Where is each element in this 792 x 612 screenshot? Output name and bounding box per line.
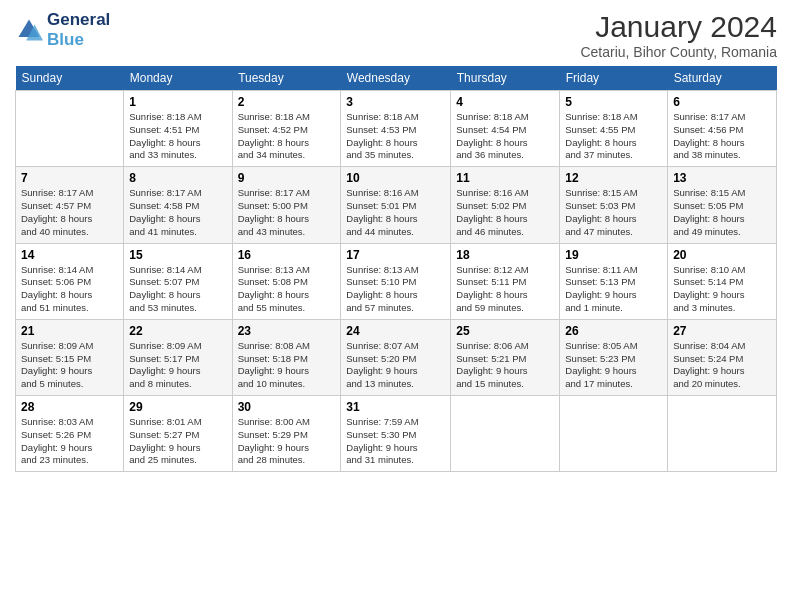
weekday-header-friday: Friday — [560, 66, 668, 91]
calendar-cell: 18Sunrise: 8:12 AM Sunset: 5:11 PM Dayli… — [451, 243, 560, 319]
day-info: Sunrise: 8:12 AM Sunset: 5:11 PM Dayligh… — [456, 264, 554, 315]
calendar-cell: 2Sunrise: 8:18 AM Sunset: 4:52 PM Daylig… — [232, 91, 341, 167]
calendar-cell: 14Sunrise: 8:14 AM Sunset: 5:06 PM Dayli… — [16, 243, 124, 319]
calendar-cell: 8Sunrise: 8:17 AM Sunset: 4:58 PM Daylig… — [124, 167, 232, 243]
calendar-cell: 15Sunrise: 8:14 AM Sunset: 5:07 PM Dayli… — [124, 243, 232, 319]
day-number: 6 — [673, 95, 771, 109]
day-number: 15 — [129, 248, 226, 262]
calendar-cell: 9Sunrise: 8:17 AM Sunset: 5:00 PM Daylig… — [232, 167, 341, 243]
day-number: 27 — [673, 324, 771, 338]
calendar-cell: 26Sunrise: 8:05 AM Sunset: 5:23 PM Dayli… — [560, 319, 668, 395]
day-number: 17 — [346, 248, 445, 262]
day-info: Sunrise: 8:17 AM Sunset: 4:56 PM Dayligh… — [673, 111, 771, 162]
day-info: Sunrise: 8:14 AM Sunset: 5:06 PM Dayligh… — [21, 264, 118, 315]
day-number: 7 — [21, 171, 118, 185]
header: General Blue January 2024 Cetariu, Bihor… — [15, 10, 777, 60]
day-number: 14 — [21, 248, 118, 262]
day-info: Sunrise: 8:16 AM Sunset: 5:02 PM Dayligh… — [456, 187, 554, 238]
day-number: 10 — [346, 171, 445, 185]
weekday-header-saturday: Saturday — [668, 66, 777, 91]
day-number: 18 — [456, 248, 554, 262]
day-info: Sunrise: 8:15 AM Sunset: 5:05 PM Dayligh… — [673, 187, 771, 238]
calendar-cell: 7Sunrise: 8:17 AM Sunset: 4:57 PM Daylig… — [16, 167, 124, 243]
calendar-cell: 6Sunrise: 8:17 AM Sunset: 4:56 PM Daylig… — [668, 91, 777, 167]
day-number: 2 — [238, 95, 336, 109]
calendar-cell — [451, 396, 560, 472]
calendar-cell: 27Sunrise: 8:04 AM Sunset: 5:24 PM Dayli… — [668, 319, 777, 395]
calendar-cell: 3Sunrise: 8:18 AM Sunset: 4:53 PM Daylig… — [341, 91, 451, 167]
day-number: 1 — [129, 95, 226, 109]
calendar-cell: 17Sunrise: 8:13 AM Sunset: 5:10 PM Dayli… — [341, 243, 451, 319]
day-info: Sunrise: 8:17 AM Sunset: 4:57 PM Dayligh… — [21, 187, 118, 238]
day-info: Sunrise: 8:17 AM Sunset: 4:58 PM Dayligh… — [129, 187, 226, 238]
calendar-cell: 13Sunrise: 8:15 AM Sunset: 5:05 PM Dayli… — [668, 167, 777, 243]
day-info: Sunrise: 8:13 AM Sunset: 5:08 PM Dayligh… — [238, 264, 336, 315]
day-number: 16 — [238, 248, 336, 262]
calendar-cell: 12Sunrise: 8:15 AM Sunset: 5:03 PM Dayli… — [560, 167, 668, 243]
day-number: 29 — [129, 400, 226, 414]
day-info: Sunrise: 8:06 AM Sunset: 5:21 PM Dayligh… — [456, 340, 554, 391]
week-row-3: 21Sunrise: 8:09 AM Sunset: 5:15 PM Dayli… — [16, 319, 777, 395]
day-info: Sunrise: 8:14 AM Sunset: 5:07 PM Dayligh… — [129, 264, 226, 315]
calendar-cell: 30Sunrise: 8:00 AM Sunset: 5:29 PM Dayli… — [232, 396, 341, 472]
day-info: Sunrise: 8:17 AM Sunset: 5:00 PM Dayligh… — [238, 187, 336, 238]
day-info: Sunrise: 8:04 AM Sunset: 5:24 PM Dayligh… — [673, 340, 771, 391]
day-number: 21 — [21, 324, 118, 338]
day-number: 4 — [456, 95, 554, 109]
weekday-header-thursday: Thursday — [451, 66, 560, 91]
day-info: Sunrise: 8:18 AM Sunset: 4:53 PM Dayligh… — [346, 111, 445, 162]
page-container: General Blue January 2024 Cetariu, Bihor… — [0, 0, 792, 482]
weekday-header-wednesday: Wednesday — [341, 66, 451, 91]
day-info: Sunrise: 8:11 AM Sunset: 5:13 PM Dayligh… — [565, 264, 662, 315]
day-info: Sunrise: 8:01 AM Sunset: 5:27 PM Dayligh… — [129, 416, 226, 467]
calendar-cell: 29Sunrise: 8:01 AM Sunset: 5:27 PM Dayli… — [124, 396, 232, 472]
logo-icon — [15, 16, 43, 44]
calendar-cell: 28Sunrise: 8:03 AM Sunset: 5:26 PM Dayli… — [16, 396, 124, 472]
month-title: January 2024 — [580, 10, 777, 44]
calendar-cell: 24Sunrise: 8:07 AM Sunset: 5:20 PM Dayli… — [341, 319, 451, 395]
day-info: Sunrise: 8:08 AM Sunset: 5:18 PM Dayligh… — [238, 340, 336, 391]
day-info: Sunrise: 8:15 AM Sunset: 5:03 PM Dayligh… — [565, 187, 662, 238]
subtitle: Cetariu, Bihor County, Romania — [580, 44, 777, 60]
calendar-cell — [16, 91, 124, 167]
day-info: Sunrise: 8:18 AM Sunset: 4:54 PM Dayligh… — [456, 111, 554, 162]
calendar-cell: 20Sunrise: 8:10 AM Sunset: 5:14 PM Dayli… — [668, 243, 777, 319]
day-info: Sunrise: 8:09 AM Sunset: 5:17 PM Dayligh… — [129, 340, 226, 391]
day-number: 30 — [238, 400, 336, 414]
day-info: Sunrise: 8:18 AM Sunset: 4:51 PM Dayligh… — [129, 111, 226, 162]
week-row-2: 14Sunrise: 8:14 AM Sunset: 5:06 PM Dayli… — [16, 243, 777, 319]
calendar-cell: 19Sunrise: 8:11 AM Sunset: 5:13 PM Dayli… — [560, 243, 668, 319]
day-number: 11 — [456, 171, 554, 185]
day-info: Sunrise: 8:09 AM Sunset: 5:15 PM Dayligh… — [21, 340, 118, 391]
calendar-cell: 4Sunrise: 8:18 AM Sunset: 4:54 PM Daylig… — [451, 91, 560, 167]
week-row-1: 7Sunrise: 8:17 AM Sunset: 4:57 PM Daylig… — [16, 167, 777, 243]
day-info: Sunrise: 8:18 AM Sunset: 4:52 PM Dayligh… — [238, 111, 336, 162]
weekday-header-tuesday: Tuesday — [232, 66, 341, 91]
weekday-header-sunday: Sunday — [16, 66, 124, 91]
calendar-cell: 31Sunrise: 7:59 AM Sunset: 5:30 PM Dayli… — [341, 396, 451, 472]
day-info: Sunrise: 7:59 AM Sunset: 5:30 PM Dayligh… — [346, 416, 445, 467]
day-number: 23 — [238, 324, 336, 338]
logo: General Blue — [15, 10, 110, 50]
day-info: Sunrise: 8:05 AM Sunset: 5:23 PM Dayligh… — [565, 340, 662, 391]
day-number: 31 — [346, 400, 445, 414]
calendar-cell — [560, 396, 668, 472]
week-row-4: 28Sunrise: 8:03 AM Sunset: 5:26 PM Dayli… — [16, 396, 777, 472]
weekday-header-row: SundayMondayTuesdayWednesdayThursdayFrid… — [16, 66, 777, 91]
calendar-cell: 22Sunrise: 8:09 AM Sunset: 5:17 PM Dayli… — [124, 319, 232, 395]
calendar-cell: 23Sunrise: 8:08 AM Sunset: 5:18 PM Dayli… — [232, 319, 341, 395]
calendar-cell: 21Sunrise: 8:09 AM Sunset: 5:15 PM Dayli… — [16, 319, 124, 395]
day-info: Sunrise: 8:03 AM Sunset: 5:26 PM Dayligh… — [21, 416, 118, 467]
day-number: 20 — [673, 248, 771, 262]
title-section: January 2024 Cetariu, Bihor County, Roma… — [580, 10, 777, 60]
day-number: 28 — [21, 400, 118, 414]
day-info: Sunrise: 8:00 AM Sunset: 5:29 PM Dayligh… — [238, 416, 336, 467]
day-number: 5 — [565, 95, 662, 109]
day-info: Sunrise: 8:13 AM Sunset: 5:10 PM Dayligh… — [346, 264, 445, 315]
calendar-cell: 16Sunrise: 8:13 AM Sunset: 5:08 PM Dayli… — [232, 243, 341, 319]
day-number: 24 — [346, 324, 445, 338]
calendar-cell: 10Sunrise: 8:16 AM Sunset: 5:01 PM Dayli… — [341, 167, 451, 243]
calendar-cell — [668, 396, 777, 472]
calendar-cell: 11Sunrise: 8:16 AM Sunset: 5:02 PM Dayli… — [451, 167, 560, 243]
day-number: 13 — [673, 171, 771, 185]
